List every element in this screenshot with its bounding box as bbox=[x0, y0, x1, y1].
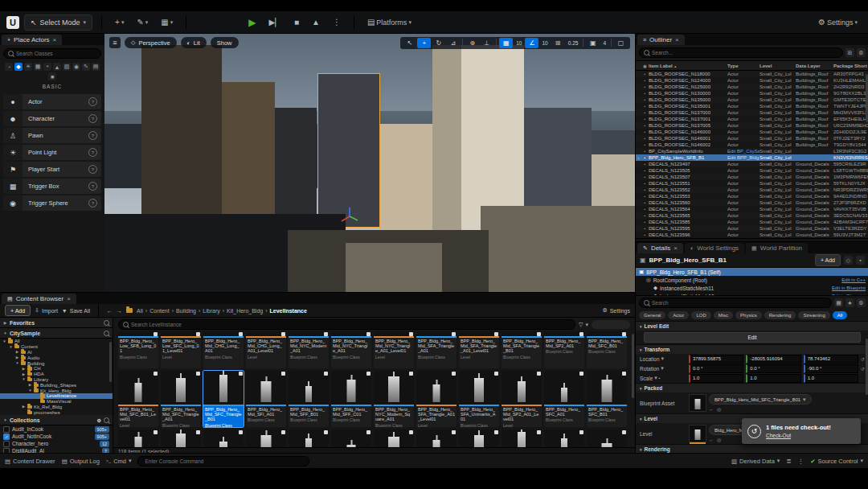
tab-details[interactable]: ✎ Details × bbox=[637, 243, 683, 253]
forward-button[interactable]: → bbox=[117, 308, 122, 314]
place-actor-item-pawn[interactable]: ♙Pawn? bbox=[3, 128, 101, 143]
tree-item-building[interactable]: ▼Building bbox=[0, 360, 113, 366]
outliner-row[interactable]: ▪DECALS_N123553ActorSmall_City_LvlGround… bbox=[636, 193, 868, 199]
breadcrumb-building[interactable]: Building bbox=[176, 308, 196, 314]
import-button[interactable]: ⇩Import bbox=[35, 307, 58, 314]
asset-tile-bpp-bldg-hero-mid-sfc-triangle-a01[interactable]: BPP_Bldg_Hero_Mid_SFC_Triangle_A01Bluepr… bbox=[161, 371, 201, 427]
place-actor-item-trigger-box[interactable]: ▦Trigger Box? bbox=[3, 179, 101, 194]
details-settings-icon[interactable]: ⚙ bbox=[857, 298, 866, 307]
level-edit-button[interactable]: Edit bbox=[644, 332, 861, 343]
scale-lock-icon[interactable]: ▪ bbox=[659, 376, 661, 380]
play-options-button[interactable]: ⋮ bbox=[329, 15, 345, 30]
basic-category-icon[interactable]: ◆ bbox=[14, 63, 23, 71]
grid-scrollbar[interactable] bbox=[632, 334, 634, 398]
collections-gear-icon[interactable]: ⚙ bbox=[97, 417, 101, 423]
lock-icon[interactable]: ▪ bbox=[856, 256, 865, 265]
search-icon[interactable] bbox=[104, 331, 109, 336]
asset-tile-bpp-bldg-hero-mid-sp2-a01[interactable]: BPP_Bldg_Hero_Mid_SP2_A01Blueprint Class bbox=[544, 331, 584, 368]
outliner-row[interactable]: ▪BLDG_ROOFSEC_N137001ActorSmall_City_Lvl… bbox=[636, 116, 868, 122]
asset-tile-bpp-bldg-hero-sfc-b01[interactable]: BPP_Bldg_Hero_SFC_B01Blueprint Class bbox=[587, 371, 627, 427]
add-component-button[interactable]: + Add bbox=[815, 254, 841, 266]
maximize-viewport-button[interactable]: ▢ bbox=[614, 38, 628, 48]
outliner-row[interactable]: ▪BLDG_ROOFSEC_N146000ActorSmall_City_Lvl… bbox=[636, 129, 868, 135]
edit-link[interactable]: Edit in Blueprint bbox=[832, 286, 866, 290]
asset-tile-bpp-bldg-hero-sfc-a01[interactable]: BPP_Bldg_Hero_SFC_A01Blueprint Class bbox=[544, 371, 584, 427]
outliner-settings-icon[interactable]: ⚙ bbox=[857, 48, 866, 57]
tab-content-browser[interactable]: ▤ Content Browser × bbox=[2, 294, 76, 304]
all-classes-category-icon[interactable]: ◉ bbox=[72, 63, 80, 71]
asset-tile[interactable] bbox=[161, 429, 201, 447]
collection-checkbox[interactable]: ✓ bbox=[3, 434, 10, 440]
rotation-y-field[interactable]: 0.0 ° bbox=[746, 364, 800, 373]
view-mode-button[interactable]: ◐ Lit bbox=[181, 37, 207, 48]
sources-header[interactable]: ▼CitySample bbox=[0, 328, 113, 339]
search-input[interactable] bbox=[131, 322, 571, 327]
outliner-row[interactable]: ▪BLDG_ROOFSEC_N125000ActorSmall_City_Lvl… bbox=[636, 84, 868, 90]
row-type[interactable]: Edit BP_CitySa bbox=[727, 149, 760, 154]
checkout-notification[interactable]: ↺ 1 files need check-out! Check-Out bbox=[742, 418, 861, 444]
output-log-button[interactable]: ▤Output Log bbox=[62, 458, 100, 465]
place-actor-item-trigger-sphere[interactable]: ◉Trigger Sphere? bbox=[3, 195, 101, 211]
component-row[interactable]: ◆InstancedStaticMesh13Edit in Blueprint bbox=[636, 292, 868, 296]
level-thumbnail[interactable] bbox=[689, 425, 706, 442]
world-space-button[interactable]: ⊕ bbox=[465, 38, 479, 48]
asset-tile-bpp-bldg-hero-mid-sfa-triangle-b01[interactable]: BPP_Bldg_Hero_Mid_SFA_Triangle_B01Bluepr… bbox=[502, 331, 542, 368]
building[interactable] bbox=[346, 243, 442, 292]
tab-world-partition[interactable]: ▦ World Partition bbox=[746, 243, 808, 253]
collection-checkbox[interactable] bbox=[3, 441, 10, 447]
asset-tile[interactable] bbox=[459, 429, 499, 447]
outliner-row[interactable]: ▪DECALS_N123560ActorSmall_City_LvlGround… bbox=[636, 199, 868, 206]
tree-item-building-shapes[interactable]: ▶Building_Shapes bbox=[0, 382, 113, 388]
component-row[interactable]: ◎RootComponent (Root)Edit in C++ bbox=[636, 276, 868, 284]
asset-tile[interactable] bbox=[331, 429, 371, 447]
tab-world-settings[interactable]: ◐ World Settings bbox=[685, 243, 744, 253]
back-button[interactable]: ← bbox=[107, 308, 113, 314]
view-options-button[interactable] bbox=[592, 320, 630, 329]
asset-tile[interactable] bbox=[587, 429, 627, 447]
filter-chip-general[interactable]: General bbox=[639, 311, 665, 319]
grid-view-icon[interactable]: ▦ bbox=[834, 298, 843, 307]
outliner-row[interactable]: ▪DECALS_N123505ActorSmall_City_LvlGround… bbox=[636, 167, 868, 174]
asset-tile[interactable] bbox=[374, 429, 414, 447]
recently-placed-category-icon[interactable]: ◔ bbox=[5, 63, 13, 71]
component-row[interactable]: ◆InstancedStaticMesh11Edit in Blueprint bbox=[636, 284, 868, 292]
close-icon[interactable]: × bbox=[67, 295, 71, 302]
column-type[interactable]: Type bbox=[727, 64, 760, 68]
close-icon[interactable]: × bbox=[53, 36, 57, 43]
play-button[interactable]: ▶ bbox=[244, 15, 260, 30]
star-icon[interactable]: ★ bbox=[845, 298, 854, 307]
column-package-short[interactable]: Package Short ▣ bbox=[833, 64, 868, 68]
rotation-x-field[interactable]: 0.0 ° bbox=[689, 364, 743, 373]
favorites-header[interactable]: ▶Favorites bbox=[0, 318, 113, 328]
use-selected-icon[interactable]: ← bbox=[709, 406, 714, 412]
section-packed[interactable]: ▾ Packed bbox=[636, 383, 868, 392]
location-x-field[interactable]: 37899.56875 bbox=[689, 355, 743, 364]
building[interactable] bbox=[481, 206, 635, 292]
asset-tile-bpp-bldg-hero-mid-chg-long-a01-level01[interactable]: BPP_Bldg_Hero_Mid_CHG_Long_A01_Level01Le… bbox=[246, 331, 286, 368]
building[interactable] bbox=[379, 124, 432, 244]
filter-chip-actor[interactable]: Actor bbox=[668, 311, 689, 319]
edit-link[interactable]: Edit in Blueprint bbox=[832, 294, 866, 296]
unreal-logo-icon[interactable]: U bbox=[6, 16, 19, 29]
asset-tile-bpp-bldg-hero-mid-chg-long-a01[interactable]: BPP_Bldg_Hero_Mid_CHG_Long_A01Blueprint … bbox=[203, 331, 244, 368]
scale-label[interactable]: Scale▾▪ bbox=[640, 375, 686, 381]
place-actors-search[interactable] bbox=[3, 48, 101, 59]
blueprints-category-icon[interactable]: ✎ bbox=[82, 63, 90, 71]
tree-item-content[interactable]: ▼Content bbox=[0, 344, 113, 350]
outliner-row[interactable]: ▪BP_CitySampleWorldInfoEdit BP_CitySaSma… bbox=[636, 148, 868, 154]
column-level[interactable]: Level bbox=[760, 64, 796, 68]
section-level-edit[interactable]: ▾ Level Edit bbox=[636, 321, 868, 331]
eye-icon[interactable]: ◉ bbox=[641, 64, 649, 68]
filter-chip-rendering[interactable]: Rendering bbox=[764, 311, 796, 319]
scale-snap-value[interactable]: 0.25 bbox=[566, 40, 581, 46]
browse-icon[interactable]: ◎ bbox=[717, 406, 721, 412]
place-actor-item-point-light[interactable]: ☀Point Light? bbox=[3, 145, 101, 160]
edit-link[interactable]: Edit in C++ bbox=[841, 277, 866, 282]
scale-tool-button[interactable]: ⊿ bbox=[446, 38, 460, 48]
building[interactable] bbox=[524, 108, 592, 212]
cinematic-category-icon[interactable]: ▦ bbox=[34, 63, 42, 71]
asset-tile[interactable] bbox=[416, 429, 457, 447]
collection-checkbox[interactable] bbox=[3, 426, 10, 433]
outliner-row[interactable]: ▪BLDG_ROOFSEC_N135001ActorSmall_City_Lvl… bbox=[636, 103, 868, 109]
outliner-row[interactable]: ▪DECALS_N123596ActorSmall_City_LvlGround… bbox=[636, 232, 868, 238]
